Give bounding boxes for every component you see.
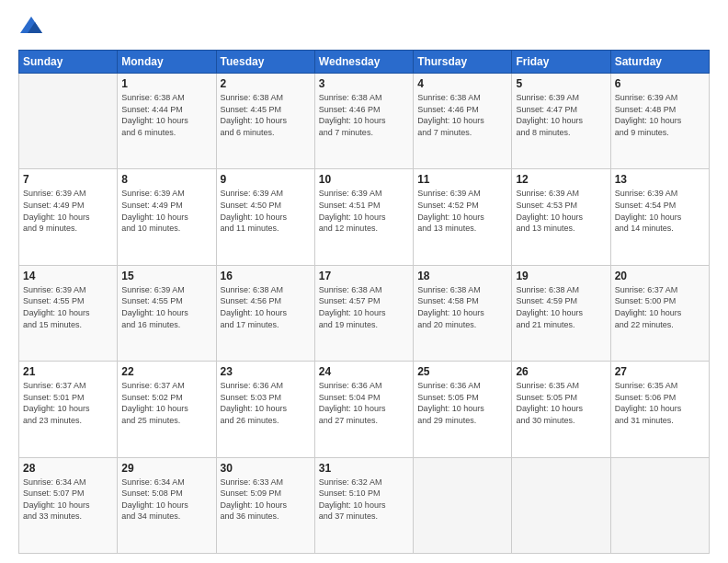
day-number: 5	[516, 77, 606, 90]
day-info: Sunrise: 6:38 AM Sunset: 4:58 PM Dayligh…	[417, 284, 507, 330]
day-info: Sunrise: 6:35 AM Sunset: 5:05 PM Dayligh…	[516, 380, 606, 426]
day-number: 1	[121, 77, 211, 90]
day-number: 30	[221, 462, 311, 475]
day-number: 28	[23, 462, 113, 475]
calendar-week-row: 7Sunrise: 6:39 AM Sunset: 4:49 PM Daylig…	[19, 169, 710, 265]
calendar-week-row: 1Sunrise: 6:38 AM Sunset: 4:44 PM Daylig…	[19, 74, 710, 169]
col-tuesday: Tuesday	[216, 51, 314, 74]
calendar-cell: 28Sunrise: 6:34 AM Sunset: 5:07 PM Dayli…	[19, 457, 118, 553]
day-number: 25	[417, 365, 507, 378]
day-info: Sunrise: 6:39 AM Sunset: 4:49 PM Dayligh…	[121, 188, 211, 234]
calendar-cell: 29Sunrise: 6:34 AM Sunset: 5:08 PM Dayli…	[118, 457, 216, 553]
calendar-cell: 4Sunrise: 6:38 AM Sunset: 4:46 PM Daylig…	[414, 74, 512, 169]
col-thursday: Thursday	[414, 51, 512, 74]
day-info: Sunrise: 6:34 AM Sunset: 5:07 PM Dayligh…	[23, 477, 113, 523]
calendar-cell: 17Sunrise: 6:38 AM Sunset: 4:57 PM Dayli…	[314, 265, 413, 361]
day-info: Sunrise: 6:36 AM Sunset: 5:03 PM Dayligh…	[221, 380, 311, 426]
calendar-cell: 15Sunrise: 6:39 AM Sunset: 4:55 PM Dayli…	[118, 265, 216, 361]
day-number: 21	[23, 365, 113, 378]
day-info: Sunrise: 6:39 AM Sunset: 4:54 PM Dayligh…	[615, 188, 705, 234]
day-number: 4	[417, 77, 507, 90]
calendar-cell: 6Sunrise: 6:39 AM Sunset: 4:48 PM Daylig…	[610, 74, 709, 169]
day-info: Sunrise: 6:39 AM Sunset: 4:55 PM Dayligh…	[23, 284, 113, 330]
day-number: 11	[417, 173, 507, 186]
calendar-cell: 5Sunrise: 6:39 AM Sunset: 4:47 PM Daylig…	[512, 74, 610, 169]
day-info: Sunrise: 6:38 AM Sunset: 4:59 PM Dayligh…	[516, 284, 606, 330]
day-info: Sunrise: 6:36 AM Sunset: 5:04 PM Dayligh…	[319, 380, 409, 426]
day-info: Sunrise: 6:36 AM Sunset: 5:05 PM Dayligh…	[417, 380, 507, 426]
calendar-cell: 25Sunrise: 6:36 AM Sunset: 5:05 PM Dayli…	[414, 362, 512, 457]
calendar-cell: 12Sunrise: 6:39 AM Sunset: 4:53 PM Dayli…	[512, 169, 610, 265]
calendar-cell	[19, 74, 118, 169]
calendar-cell: 22Sunrise: 6:37 AM Sunset: 5:02 PM Dayli…	[118, 362, 216, 457]
day-info: Sunrise: 6:37 AM Sunset: 5:02 PM Dayligh…	[121, 380, 211, 426]
calendar-cell: 24Sunrise: 6:36 AM Sunset: 5:04 PM Dayli…	[314, 362, 413, 457]
calendar-cell: 1Sunrise: 6:38 AM Sunset: 4:44 PM Daylig…	[118, 74, 216, 169]
calendar-cell: 13Sunrise: 6:39 AM Sunset: 4:54 PM Dayli…	[610, 169, 709, 265]
col-monday: Monday	[118, 51, 216, 74]
day-info: Sunrise: 6:38 AM Sunset: 4:57 PM Dayligh…	[319, 284, 409, 330]
day-info: Sunrise: 6:39 AM Sunset: 4:55 PM Dayligh…	[121, 284, 211, 330]
calendar-cell: 20Sunrise: 6:37 AM Sunset: 5:00 PM Dayli…	[610, 265, 709, 361]
logo-icon	[18, 15, 44, 40]
calendar-cell: 30Sunrise: 6:33 AM Sunset: 5:09 PM Dayli…	[216, 457, 314, 553]
day-number: 8	[121, 173, 211, 186]
day-info: Sunrise: 6:37 AM Sunset: 5:01 PM Dayligh…	[23, 380, 113, 426]
day-info: Sunrise: 6:38 AM Sunset: 4:46 PM Dayligh…	[319, 92, 409, 138]
day-number: 9	[221, 173, 311, 186]
calendar-cell: 11Sunrise: 6:39 AM Sunset: 4:52 PM Dayli…	[414, 169, 512, 265]
day-number: 15	[121, 270, 211, 282]
day-number: 7	[23, 173, 113, 186]
day-info: Sunrise: 6:33 AM Sunset: 5:09 PM Dayligh…	[221, 477, 311, 523]
day-number: 27	[615, 365, 705, 378]
day-number: 6	[615, 77, 705, 90]
logo	[18, 15, 48, 40]
calendar-week-row: 14Sunrise: 6:39 AM Sunset: 4:55 PM Dayli…	[19, 265, 710, 361]
page: Sunday Monday Tuesday Wednesday Thursday…	[0, 0, 728, 563]
calendar-cell: 9Sunrise: 6:39 AM Sunset: 4:50 PM Daylig…	[216, 169, 314, 265]
day-number: 24	[319, 365, 409, 378]
calendar-cell: 26Sunrise: 6:35 AM Sunset: 5:05 PM Dayli…	[512, 362, 610, 457]
calendar-cell: 7Sunrise: 6:39 AM Sunset: 4:49 PM Daylig…	[19, 169, 118, 265]
day-info: Sunrise: 6:34 AM Sunset: 5:08 PM Dayligh…	[121, 477, 211, 523]
day-info: Sunrise: 6:38 AM Sunset: 4:45 PM Dayligh…	[221, 92, 311, 138]
calendar-cell: 3Sunrise: 6:38 AM Sunset: 4:46 PM Daylig…	[314, 74, 413, 169]
day-info: Sunrise: 6:32 AM Sunset: 5:10 PM Dayligh…	[319, 477, 409, 523]
calendar-cell	[610, 457, 709, 553]
calendar-week-row: 28Sunrise: 6:34 AM Sunset: 5:07 PM Dayli…	[19, 457, 710, 553]
day-info: Sunrise: 6:39 AM Sunset: 4:50 PM Dayligh…	[221, 188, 311, 234]
day-number: 20	[615, 270, 705, 282]
calendar-cell	[414, 457, 512, 553]
calendar-cell: 21Sunrise: 6:37 AM Sunset: 5:01 PM Dayli…	[19, 362, 118, 457]
day-number: 17	[319, 270, 409, 282]
day-info: Sunrise: 6:39 AM Sunset: 4:51 PM Dayligh…	[319, 188, 409, 234]
col-friday: Friday	[512, 51, 610, 74]
col-saturday: Saturday	[610, 51, 709, 74]
header	[18, 15, 710, 40]
day-number: 29	[121, 462, 211, 475]
day-info: Sunrise: 6:35 AM Sunset: 5:06 PM Dayligh…	[615, 380, 705, 426]
calendar-cell: 19Sunrise: 6:38 AM Sunset: 4:59 PM Dayli…	[512, 265, 610, 361]
day-number: 2	[221, 77, 311, 90]
day-info: Sunrise: 6:39 AM Sunset: 4:49 PM Dayligh…	[23, 188, 113, 234]
calendar-cell: 18Sunrise: 6:38 AM Sunset: 4:58 PM Dayli…	[414, 265, 512, 361]
day-number: 31	[319, 462, 409, 475]
calendar-cell: 14Sunrise: 6:39 AM Sunset: 4:55 PM Dayli…	[19, 265, 118, 361]
calendar-header-row: Sunday Monday Tuesday Wednesday Thursday…	[19, 51, 710, 74]
day-number: 12	[516, 173, 606, 186]
day-number: 22	[121, 365, 211, 378]
calendar-cell: 31Sunrise: 6:32 AM Sunset: 5:10 PM Dayli…	[314, 457, 413, 553]
day-number: 10	[319, 173, 409, 186]
calendar-week-row: 21Sunrise: 6:37 AM Sunset: 5:01 PM Dayli…	[19, 362, 710, 457]
day-number: 26	[516, 365, 606, 378]
day-info: Sunrise: 6:37 AM Sunset: 5:00 PM Dayligh…	[615, 284, 705, 330]
day-info: Sunrise: 6:39 AM Sunset: 4:53 PM Dayligh…	[516, 188, 606, 234]
col-wednesday: Wednesday	[314, 51, 413, 74]
day-number: 23	[221, 365, 311, 378]
day-number: 14	[23, 270, 113, 282]
calendar-cell: 16Sunrise: 6:38 AM Sunset: 4:56 PM Dayli…	[216, 265, 314, 361]
day-info: Sunrise: 6:38 AM Sunset: 4:56 PM Dayligh…	[221, 284, 311, 330]
day-number: 16	[221, 270, 311, 282]
day-info: Sunrise: 6:39 AM Sunset: 4:47 PM Dayligh…	[516, 92, 606, 138]
day-number: 3	[319, 77, 409, 90]
